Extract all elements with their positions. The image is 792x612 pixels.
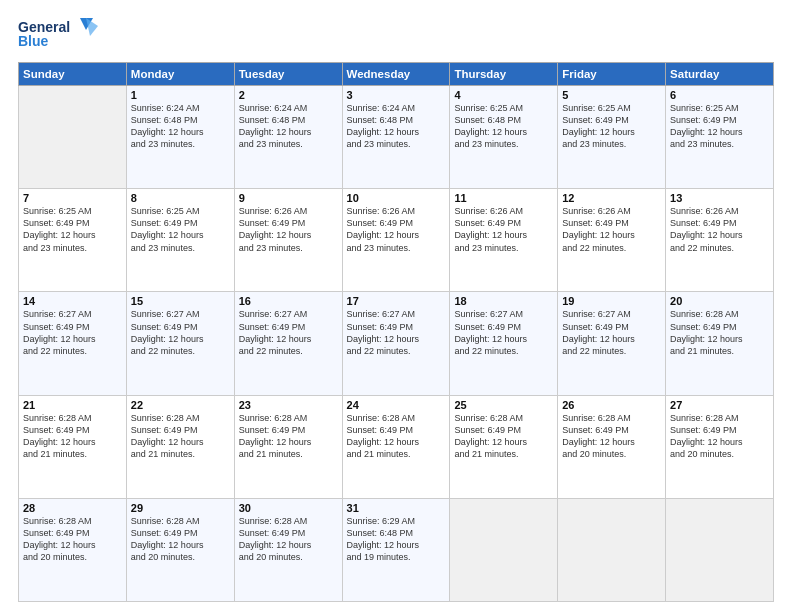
calendar-cell: 10Sunrise: 6:26 AMSunset: 6:49 PMDayligh… [342, 189, 450, 292]
day-info: Sunrise: 6:29 AMSunset: 6:48 PMDaylight:… [347, 515, 446, 564]
day-number: 24 [347, 399, 446, 411]
calendar-cell [666, 498, 774, 601]
day-number: 11 [454, 192, 553, 204]
calendar-cell: 6Sunrise: 6:25 AMSunset: 6:49 PMDaylight… [666, 86, 774, 189]
calendar-cell: 13Sunrise: 6:26 AMSunset: 6:49 PMDayligh… [666, 189, 774, 292]
calendar-cell: 29Sunrise: 6:28 AMSunset: 6:49 PMDayligh… [126, 498, 234, 601]
day-number: 3 [347, 89, 446, 101]
calendar-cell: 28Sunrise: 6:28 AMSunset: 6:49 PMDayligh… [19, 498, 127, 601]
day-info: Sunrise: 6:27 AMSunset: 6:49 PMDaylight:… [23, 308, 122, 357]
calendar-cell: 30Sunrise: 6:28 AMSunset: 6:49 PMDayligh… [234, 498, 342, 601]
day-info: Sunrise: 6:26 AMSunset: 6:49 PMDaylight:… [562, 205, 661, 254]
day-info: Sunrise: 6:28 AMSunset: 6:49 PMDaylight:… [454, 412, 553, 461]
day-number: 2 [239, 89, 338, 101]
day-info: Sunrise: 6:24 AMSunset: 6:48 PMDaylight:… [131, 102, 230, 151]
calendar-cell: 20Sunrise: 6:28 AMSunset: 6:49 PMDayligh… [666, 292, 774, 395]
day-info: Sunrise: 6:24 AMSunset: 6:48 PMDaylight:… [347, 102, 446, 151]
col-thursday: Thursday [450, 63, 558, 86]
day-number: 30 [239, 502, 338, 514]
day-info: Sunrise: 6:28 AMSunset: 6:49 PMDaylight:… [131, 515, 230, 564]
day-info: Sunrise: 6:28 AMSunset: 6:49 PMDaylight:… [239, 515, 338, 564]
col-saturday: Saturday [666, 63, 774, 86]
day-number: 20 [670, 295, 769, 307]
day-number: 17 [347, 295, 446, 307]
day-info: Sunrise: 6:26 AMSunset: 6:49 PMDaylight:… [670, 205, 769, 254]
day-info: Sunrise: 6:25 AMSunset: 6:49 PMDaylight:… [23, 205, 122, 254]
calendar-cell: 15Sunrise: 6:27 AMSunset: 6:49 PMDayligh… [126, 292, 234, 395]
day-number: 15 [131, 295, 230, 307]
week-row-4: 21Sunrise: 6:28 AMSunset: 6:49 PMDayligh… [19, 395, 774, 498]
col-friday: Friday [558, 63, 666, 86]
calendar-cell: 27Sunrise: 6:28 AMSunset: 6:49 PMDayligh… [666, 395, 774, 498]
day-number: 12 [562, 192, 661, 204]
day-info: Sunrise: 6:28 AMSunset: 6:49 PMDaylight:… [347, 412, 446, 461]
calendar-cell [19, 86, 127, 189]
day-number: 4 [454, 89, 553, 101]
day-number: 21 [23, 399, 122, 411]
calendar-cell: 16Sunrise: 6:27 AMSunset: 6:49 PMDayligh… [234, 292, 342, 395]
calendar-header-row: Sunday Monday Tuesday Wednesday Thursday… [19, 63, 774, 86]
day-info: Sunrise: 6:28 AMSunset: 6:49 PMDaylight:… [670, 308, 769, 357]
calendar-cell: 9Sunrise: 6:26 AMSunset: 6:49 PMDaylight… [234, 189, 342, 292]
day-info: Sunrise: 6:25 AMSunset: 6:49 PMDaylight:… [670, 102, 769, 151]
calendar-cell: 12Sunrise: 6:26 AMSunset: 6:49 PMDayligh… [558, 189, 666, 292]
calendar-cell: 17Sunrise: 6:27 AMSunset: 6:49 PMDayligh… [342, 292, 450, 395]
calendar-cell: 5Sunrise: 6:25 AMSunset: 6:49 PMDaylight… [558, 86, 666, 189]
col-sunday: Sunday [19, 63, 127, 86]
week-row-5: 28Sunrise: 6:28 AMSunset: 6:49 PMDayligh… [19, 498, 774, 601]
calendar-cell: 1Sunrise: 6:24 AMSunset: 6:48 PMDaylight… [126, 86, 234, 189]
day-number: 25 [454, 399, 553, 411]
day-info: Sunrise: 6:26 AMSunset: 6:49 PMDaylight:… [454, 205, 553, 254]
day-number: 29 [131, 502, 230, 514]
day-number: 9 [239, 192, 338, 204]
page-header: General Blue [18, 16, 774, 54]
day-number: 13 [670, 192, 769, 204]
day-info: Sunrise: 6:27 AMSunset: 6:49 PMDaylight:… [454, 308, 553, 357]
day-number: 27 [670, 399, 769, 411]
calendar-cell: 7Sunrise: 6:25 AMSunset: 6:49 PMDaylight… [19, 189, 127, 292]
calendar-cell: 4Sunrise: 6:25 AMSunset: 6:48 PMDaylight… [450, 86, 558, 189]
day-number: 18 [454, 295, 553, 307]
day-info: Sunrise: 6:28 AMSunset: 6:49 PMDaylight:… [239, 412, 338, 461]
day-info: Sunrise: 6:26 AMSunset: 6:49 PMDaylight:… [347, 205, 446, 254]
day-number: 19 [562, 295, 661, 307]
calendar-cell: 24Sunrise: 6:28 AMSunset: 6:49 PMDayligh… [342, 395, 450, 498]
calendar-cell: 25Sunrise: 6:28 AMSunset: 6:49 PMDayligh… [450, 395, 558, 498]
col-wednesday: Wednesday [342, 63, 450, 86]
calendar-cell: 14Sunrise: 6:27 AMSunset: 6:49 PMDayligh… [19, 292, 127, 395]
calendar-cell: 26Sunrise: 6:28 AMSunset: 6:49 PMDayligh… [558, 395, 666, 498]
day-number: 31 [347, 502, 446, 514]
week-row-1: 1Sunrise: 6:24 AMSunset: 6:48 PMDaylight… [19, 86, 774, 189]
day-number: 6 [670, 89, 769, 101]
day-number: 1 [131, 89, 230, 101]
day-info: Sunrise: 6:24 AMSunset: 6:48 PMDaylight:… [239, 102, 338, 151]
calendar-cell: 31Sunrise: 6:29 AMSunset: 6:48 PMDayligh… [342, 498, 450, 601]
day-number: 14 [23, 295, 122, 307]
calendar-cell [450, 498, 558, 601]
calendar-cell: 22Sunrise: 6:28 AMSunset: 6:49 PMDayligh… [126, 395, 234, 498]
svg-marker-3 [86, 18, 98, 36]
day-number: 22 [131, 399, 230, 411]
calendar-cell: 8Sunrise: 6:25 AMSunset: 6:49 PMDaylight… [126, 189, 234, 292]
calendar-cell: 3Sunrise: 6:24 AMSunset: 6:48 PMDaylight… [342, 86, 450, 189]
calendar-cell: 23Sunrise: 6:28 AMSunset: 6:49 PMDayligh… [234, 395, 342, 498]
day-info: Sunrise: 6:27 AMSunset: 6:49 PMDaylight:… [239, 308, 338, 357]
calendar-cell: 19Sunrise: 6:27 AMSunset: 6:49 PMDayligh… [558, 292, 666, 395]
calendar-cell: 2Sunrise: 6:24 AMSunset: 6:48 PMDaylight… [234, 86, 342, 189]
day-info: Sunrise: 6:28 AMSunset: 6:49 PMDaylight:… [670, 412, 769, 461]
day-info: Sunrise: 6:28 AMSunset: 6:49 PMDaylight:… [131, 412, 230, 461]
day-number: 26 [562, 399, 661, 411]
day-number: 8 [131, 192, 230, 204]
logo: General Blue [18, 16, 98, 54]
day-number: 5 [562, 89, 661, 101]
col-tuesday: Tuesday [234, 63, 342, 86]
calendar-cell: 21Sunrise: 6:28 AMSunset: 6:49 PMDayligh… [19, 395, 127, 498]
day-info: Sunrise: 6:25 AMSunset: 6:49 PMDaylight:… [562, 102, 661, 151]
week-row-2: 7Sunrise: 6:25 AMSunset: 6:49 PMDaylight… [19, 189, 774, 292]
day-number: 7 [23, 192, 122, 204]
logo-svg: General Blue [18, 16, 98, 54]
svg-text:Blue: Blue [18, 33, 49, 49]
day-info: Sunrise: 6:26 AMSunset: 6:49 PMDaylight:… [239, 205, 338, 254]
calendar-cell [558, 498, 666, 601]
calendar-cell: 18Sunrise: 6:27 AMSunset: 6:49 PMDayligh… [450, 292, 558, 395]
